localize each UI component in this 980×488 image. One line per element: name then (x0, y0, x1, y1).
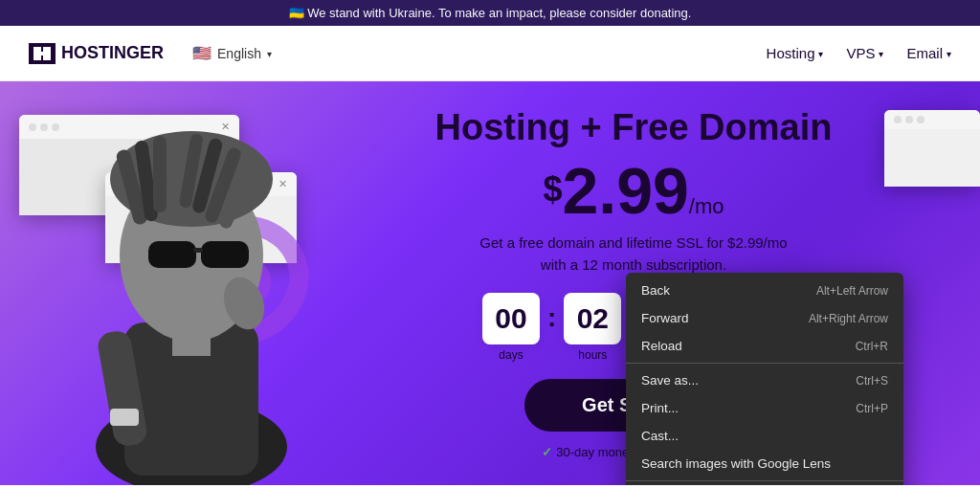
context-menu-qr[interactable]: QR Create QR Code for this page (626, 484, 903, 485)
language-selector[interactable]: 🇺🇸 English ▾ (192, 44, 272, 62)
check-icon: ✓ (542, 445, 552, 459)
vps-label: VPS (846, 45, 875, 61)
navbar: HOSTINGER 🇺🇸 English ▾ Hosting ▾ VPS ▾ E… (0, 26, 980, 81)
svg-rect-21 (172, 327, 211, 356)
context-menu-reload[interactable]: Reload Ctrl+R (626, 332, 903, 360)
browser-dot-8 (905, 116, 913, 123)
ukraine-text: 🇺🇦 We stand with Ukraine. To make an imp… (289, 6, 640, 20)
context-menu-google-lens[interactable]: Search images with Google Lens (626, 450, 903, 477)
chevron-down-icon: ▾ (267, 49, 272, 59)
hours-value: 02 (564, 293, 621, 344)
days-label: days (499, 348, 523, 362)
context-menu-cast[interactable]: Cast... (626, 422, 903, 450)
email-menu[interactable]: Email ▾ (906, 45, 951, 61)
logo-text: HOSTINGER (61, 43, 164, 63)
hero-section: ✕ ✕ (0, 81, 980, 485)
separator-1: : (547, 293, 556, 333)
context-menu-divider-1 (626, 363, 903, 364)
price-value: 2.99 (562, 154, 688, 227)
nav-right: Hosting ▾ VPS ▾ Email ▾ (767, 45, 951, 61)
svg-rect-16 (148, 241, 196, 268)
context-menu: Back Alt+Left Arrow Forward Alt+Right Ar… (626, 273, 903, 485)
price-dollar: $ (543, 169, 562, 210)
donate-link[interactable]: donating (640, 6, 688, 20)
context-menu-back[interactable]: Back Alt+Left Arrow (626, 277, 903, 304)
hero-title: Hosting + Free Domain (435, 107, 833, 148)
hosting-menu[interactable]: Hosting ▾ (767, 45, 824, 61)
person-image (38, 83, 345, 485)
context-menu-print[interactable]: Print... Ctrl+P (626, 394, 903, 422)
browser-dot-9 (917, 116, 924, 123)
browser-mockup-3 (884, 110, 980, 187)
svg-rect-20 (110, 409, 139, 426)
hero-price: $2.99/mo (435, 158, 833, 223)
svg-rect-2 (36, 52, 48, 55)
logo-icon (29, 43, 56, 64)
hosting-label: Hosting (767, 45, 815, 61)
vps-menu[interactable]: VPS ▾ (846, 45, 883, 61)
flag-icon: 🇺🇸 (192, 44, 212, 62)
svg-rect-10 (153, 136, 167, 212)
hours-label: hours (578, 348, 607, 362)
email-label: Email (906, 45, 943, 61)
svg-rect-17 (201, 241, 249, 268)
hosting-chevron-icon: ▾ (818, 49, 823, 59)
ukraine-banner: 🇺🇦 We stand with Ukraine. To make an imp… (0, 0, 980, 26)
vps-chevron-icon: ▾ (879, 49, 883, 59)
svg-rect-18 (193, 248, 203, 253)
email-chevron-icon: ▾ (947, 49, 951, 59)
browser-dot-7 (894, 116, 902, 123)
context-menu-save[interactable]: Save as... Ctrl+S (626, 366, 903, 394)
days-unit: 00 days (482, 293, 540, 362)
context-menu-divider-2 (626, 480, 903, 481)
context-menu-forward[interactable]: Forward Alt+Right Arrow (626, 304, 903, 332)
price-mo: /mo (689, 194, 724, 218)
days-value: 00 (482, 293, 540, 344)
language-label: English (217, 46, 261, 61)
hero-subtitle: Get a free domain and lifetime SSL for $… (435, 233, 833, 276)
browser-dot-1 (29, 123, 36, 131)
hours-unit: 02 hours (564, 293, 621, 362)
logo[interactable]: HOSTINGER (29, 43, 164, 64)
